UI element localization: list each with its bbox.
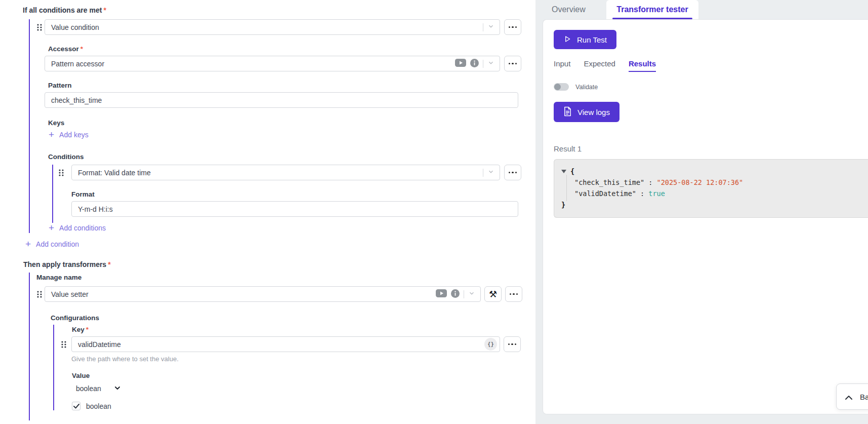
indent-guide: [566, 175, 567, 201]
add-condition-link[interactable]: +Add condition: [25, 240, 79, 248]
tools-icon: ⚒: [489, 290, 497, 299]
json-string-value: "2025-08-22 12:07:36": [657, 178, 743, 186]
validate-label: Validate: [575, 84, 598, 91]
boolean-checkbox-label: boolean: [86, 402, 111, 410]
drag-handle-icon[interactable]: [36, 290, 43, 298]
play-icon: [563, 35, 571, 45]
subtab-results[interactable]: Results: [629, 59, 656, 71]
pattern-label: Pattern: [48, 82, 535, 89]
subtab-expected[interactable]: Expected: [584, 59, 615, 71]
format-input[interactable]: [71, 201, 518, 217]
subtab-input[interactable]: Input: [554, 59, 570, 71]
accessor-label: Accessor*: [48, 45, 535, 53]
chevron-down-icon: [487, 59, 494, 68]
condition-item-block: Format: Valid date time Format: [52, 165, 535, 223]
result-json-viewer: { "check_this_time" : "2025-08-22 12:07:…: [554, 159, 868, 218]
key-label: Key*: [72, 325, 535, 333]
drag-handle-icon[interactable]: [58, 169, 64, 177]
key-input[interactable]: [71, 336, 500, 352]
more-options-button[interactable]: [504, 56, 521, 71]
value-label: Value: [72, 372, 535, 379]
tab-transformer-tester[interactable]: Transformer tester: [606, 0, 698, 19]
info-icon[interactable]: [451, 289, 460, 299]
configuration-block: Key* {} Give the path where to set the v…: [53, 325, 535, 410]
required-asterisk: *: [80, 45, 83, 53]
condition-format-select[interactable]: Format: Valid date time: [71, 165, 500, 180]
tab-overview[interactable]: Overview: [552, 0, 586, 19]
video-help-icon[interactable]: [436, 289, 447, 299]
then-transformers-label: Then apply transformers*: [23, 260, 535, 268]
chevron-down-icon: [113, 384, 121, 394]
video-help-icon[interactable]: [455, 59, 466, 68]
more-options-button[interactable]: [505, 286, 522, 302]
divider: [483, 169, 483, 177]
keys-label: Keys: [48, 119, 535, 127]
test-transformer-button[interactable]: ⚒: [484, 286, 502, 302]
more-options-button[interactable]: [504, 336, 521, 352]
condition-block: Value condition Accessor* Pattern access…: [29, 19, 535, 233]
run-test-button[interactable]: Run Test: [554, 30, 616, 49]
document-icon: [563, 106, 572, 118]
condition-type-select[interactable]: Value condition: [45, 19, 500, 35]
chevron-down-icon: [468, 290, 475, 298]
tester-card: Run Test Input Expected Results Validate…: [543, 19, 868, 414]
drag-handle-icon[interactable]: [36, 23, 43, 31]
chevron-up-icon: [845, 393, 852, 401]
if-conditions-label: If all conditions are met*: [23, 6, 535, 14]
accessor-value: Pattern accessor: [51, 60, 455, 68]
plus-icon: +: [49, 224, 54, 232]
condition-type-value: Value condition: [51, 23, 483, 31]
view-logs-button[interactable]: View logs: [554, 102, 619, 122]
tester-panel: Overview Transformer tester Run Test Inp…: [535, 0, 868, 424]
json-close-brace: }: [561, 199, 861, 210]
plus-icon: +: [49, 131, 54, 138]
format-label: Format: [71, 190, 535, 198]
required-asterisk: *: [86, 326, 89, 333]
chevron-down-icon: [487, 23, 494, 31]
collapse-triangle-icon[interactable]: [561, 170, 566, 173]
divider: [483, 60, 483, 68]
tester-tabbar: Overview Transformer tester: [535, 0, 868, 19]
result-title: Result 1: [554, 144, 868, 153]
json-path-icon[interactable]: {}: [484, 338, 497, 351]
value-type-select[interactable]: boolean: [76, 383, 121, 394]
add-keys-link[interactable]: +Add keys: [49, 131, 89, 139]
json-open-brace: {: [570, 166, 574, 177]
boolean-checkbox[interactable]: [72, 402, 80, 410]
toggle-knob: [554, 84, 561, 90]
add-conditions-link[interactable]: +Add conditions: [49, 224, 106, 232]
transformer-type-select[interactable]: Value setter: [45, 286, 481, 302]
plus-icon: +: [25, 241, 31, 248]
configurations-label: Configurations: [51, 314, 535, 322]
condition-format-value: Format: Valid date time: [78, 169, 483, 177]
back-to-top-button[interactable]: Back to top: [836, 383, 868, 410]
pattern-input[interactable]: [45, 92, 518, 108]
divider: [483, 23, 483, 31]
json-line: "check_this_time" : "2025-08-22 12:07:36…: [561, 177, 861, 188]
drag-handle-icon[interactable]: [61, 340, 67, 349]
chevron-down-icon: [487, 168, 494, 177]
transformer-type-value: Value setter: [51, 290, 436, 298]
conditions-label: Conditions: [48, 153, 535, 161]
value-type-selected: boolean: [76, 384, 101, 393]
manage-name-label: Manage name: [36, 273, 535, 281]
required-asterisk: *: [103, 6, 106, 14]
required-asterisk: *: [108, 260, 110, 268]
json-boolean-value: true: [648, 189, 665, 198]
json-line: "validDatetime" : true: [561, 188, 861, 199]
divider: [464, 290, 464, 298]
tester-subtabs: Input Expected Results: [554, 59, 868, 71]
accessor-select[interactable]: Pattern accessor: [45, 56, 500, 71]
transformer-block: Manage name Value setter ⚒ Configuration…: [29, 273, 535, 420]
info-icon[interactable]: [470, 59, 479, 69]
validate-toggle[interactable]: [554, 83, 569, 91]
key-helper-text: Give the path where to set the value.: [71, 355, 535, 363]
more-options-button[interactable]: [504, 165, 521, 180]
more-options-button[interactable]: [504, 19, 521, 35]
transformer-form: If all conditions are met* Value conditi…: [0, 0, 535, 424]
